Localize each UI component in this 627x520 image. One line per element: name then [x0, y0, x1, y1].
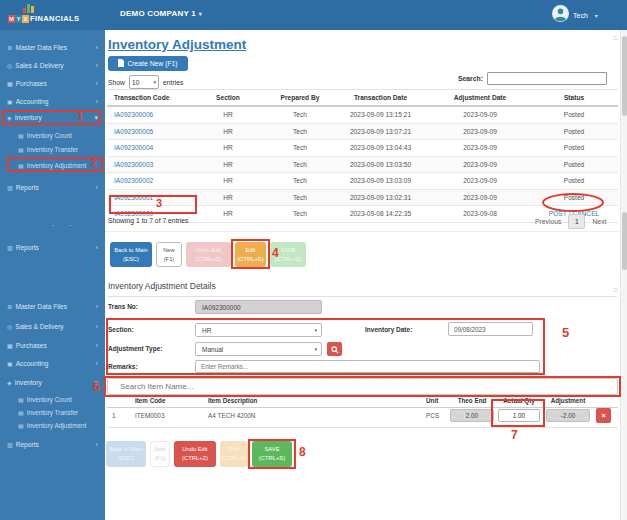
cell-transaction-date: 2023-09-09 13:02:31	[331, 194, 430, 201]
report-icon: ▥	[7, 245, 13, 251]
cell-prepared-by: Tech	[269, 210, 331, 217]
col-header[interactable]: Adjustment Date	[430, 94, 530, 101]
page-size-control: Show 10 ▾ entries	[108, 75, 183, 89]
cell-transaction-date: 2023-09-09 13:03:09	[331, 177, 430, 184]
sidebar-item-label: Inventory Transfer	[27, 146, 79, 153]
table-row: IA092300003 HR Tech 2023-09-09 13:03:50 …	[107, 157, 618, 174]
col-header[interactable]: Transaction Code	[107, 94, 187, 101]
sidebar-item-inventory-count[interactable]: ▤Inventory Count	[0, 129, 105, 142]
sidebar-item-accounting[interactable]: ▣Accounting‹	[0, 95, 105, 108]
tag-icon: ◎	[7, 324, 12, 330]
hamburger-icon[interactable]: ≡	[613, 32, 618, 44]
cell-adjustment-date: 2023-09-09	[430, 177, 530, 184]
annotation-box-2	[7, 157, 103, 172]
items-col-header-theo-end: Theo End	[450, 397, 494, 404]
cell-status: Posted	[530, 111, 618, 118]
annotation-box-1	[2, 110, 101, 125]
sidebar-item-sales-delivery[interactable]: ◎Sales & Delivery‹	[0, 320, 105, 333]
sidebar-item-label: Accounting	[16, 360, 49, 367]
cell-prepared-by: Tech	[269, 111, 331, 118]
search-label: Search:	[458, 75, 483, 82]
pagination-next[interactable]: Next	[592, 218, 606, 225]
chevron-left-icon: ‹	[96, 181, 98, 194]
scrollbar-thumb[interactable]	[622, 36, 627, 116]
create-new-button[interactable]: Create New (F1)	[108, 56, 188, 71]
cell-section: HR	[187, 111, 269, 118]
user-menu[interactable]: Tech ▾	[552, 5, 598, 26]
new-button[interactable]: New (F1)	[156, 242, 182, 267]
avatar	[552, 5, 569, 26]
sidebar-item-purchases[interactable]: ▦Purchases‹	[0, 339, 105, 352]
trans-no-label: Trans No:	[108, 303, 138, 310]
sidebar-item-inventory-count[interactable]: ▤Inventory Count	[0, 393, 105, 406]
section-divider	[105, 231, 627, 232]
sidebar-item-accounting[interactable]: ▣Accounting‹	[0, 357, 105, 370]
sidebar-item-reports[interactable]: ▥Reports‹	[0, 181, 105, 194]
cell-prepared-by: Tech	[269, 177, 331, 184]
cell-section: HR	[187, 144, 269, 151]
sidebar-item-master-data-files[interactable]: ⚙Master Data Files‹	[0, 300, 105, 313]
chevron-left-icon: ‹	[96, 320, 98, 333]
undo-edit-button[interactable]: Undo Edit (CTRL+Z)	[174, 441, 216, 467]
cell-adjustment-date: 2023-09-09	[430, 111, 530, 118]
col-header[interactable]: Status	[530, 94, 618, 101]
table-row: IA092300005 HR Tech 2023-09-09 13:07:21 …	[107, 124, 618, 141]
pagination-previous[interactable]: Previous	[535, 218, 561, 225]
search-input[interactable]	[487, 72, 607, 85]
gear-icon: ⚙	[7, 45, 12, 51]
sidebar-item-reports[interactable]: ▥Reports‹	[0, 438, 105, 451]
col-header[interactable]: Transaction Date	[331, 94, 430, 101]
cell-transaction-date: 2023-09-09 13:04:43	[331, 144, 430, 151]
annotation-box-5	[106, 318, 545, 375]
sidebar-item-purchases[interactable]: ▦Purchases‹	[0, 77, 105, 90]
scrollbar[interactable]	[620, 30, 627, 520]
col-header[interactable]: Prepared By	[269, 94, 331, 101]
annotation-number-8: 8	[299, 445, 306, 459]
chevron-left-icon: ‹	[96, 41, 98, 54]
table-header-row: Transaction Code Section Prepared By Tra…	[107, 89, 618, 107]
sidebar-item-label: Inventory Count	[27, 132, 72, 139]
table-row: IA092300004 HR Tech 2023-09-09 13:04:43 …	[107, 140, 618, 157]
cell-status: Posted	[530, 144, 618, 151]
page-title[interactable]: Inventory Adjustment	[108, 37, 246, 52]
sidebar-item-reports[interactable]: ▥Reports‹	[0, 241, 105, 254]
chevron-left-icon: ‹	[96, 300, 98, 313]
chevron-left-icon: ‹	[96, 95, 98, 108]
transaction-code-link[interactable]: IA092300003	[107, 161, 187, 168]
cell-adjustment-date: 2023-09-09	[430, 194, 530, 201]
transaction-code-link[interactable]: IA092300005	[107, 128, 187, 135]
col-header[interactable]: Section	[187, 94, 269, 101]
show-label: Show	[108, 79, 125, 86]
sidebar-item-label: Purchases	[16, 80, 47, 87]
sidebar-item-master-data-files[interactable]: ⚙Master Data Files‹	[0, 41, 105, 54]
create-new-label: Create New (F1)	[127, 60, 177, 67]
tag-icon: ◎	[7, 63, 12, 69]
close-icon: ×	[601, 411, 606, 420]
annotation-box-8	[248, 439, 296, 469]
sidebar-item-inventory-adjustment[interactable]: ▤Inventory Adjustment	[0, 419, 105, 432]
delete-item-button[interactable]: ×	[596, 408, 611, 423]
company-selector[interactable]: DEMO COMPANY 1▾	[120, 9, 202, 18]
edit-button-disabled: Edit (CTRL+E)	[220, 441, 248, 467]
sidebar-item-inventory[interactable]: ◈Inventory▾	[0, 376, 105, 389]
cell-adjustment-date: 2023-09-09	[430, 161, 530, 168]
sidebar-item-inventory-transfer[interactable]: ▤Inventory Transfer	[0, 143, 105, 156]
transaction-code-link[interactable]: IA092300002	[107, 177, 187, 184]
sidebar-item-sales-delivery[interactable]: ◎Sales & Delivery‹	[0, 59, 105, 72]
sidebar-item-label: Reports	[16, 244, 39, 251]
transaction-code-link[interactable]: IA092300006	[107, 111, 187, 118]
items-col-header-adjustment: Adjustment	[544, 397, 592, 404]
cart-icon: ▦	[7, 81, 13, 87]
annotation-box-4	[231, 239, 270, 269]
pagination: Previous 1 Next	[535, 214, 606, 229]
scrollbar-thumb[interactable]	[622, 212, 627, 270]
cell-section: HR	[187, 194, 269, 201]
back-to-main-button[interactable]: Back to Main (ESC)	[110, 242, 152, 267]
ledger-icon: ▣	[7, 361, 13, 367]
app-screen: M Y X FINANCIALS DEMO COMPANY 1▾ Tech ▾ …	[0, 0, 627, 520]
sidebar-item-label: Inventory Count	[27, 396, 72, 403]
page-size-select[interactable]: 10 ▾	[129, 75, 159, 89]
pagination-page-1[interactable]: 1	[568, 214, 585, 229]
sidebar-item-inventory-transfer[interactable]: ▤Inventory Transfer	[0, 406, 105, 419]
transaction-code-link[interactable]: IA092300004	[107, 144, 187, 151]
